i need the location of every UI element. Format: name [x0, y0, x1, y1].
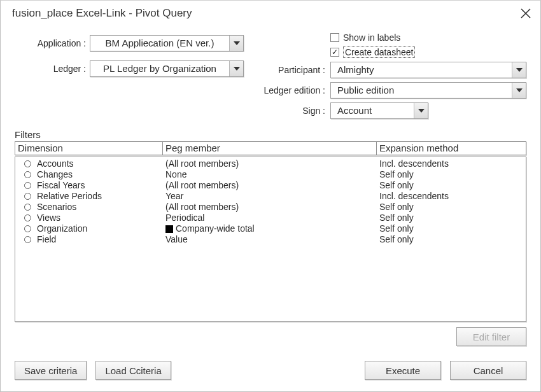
application-value: BM Appliecation (EN ver.) — [90, 36, 229, 51]
chevron-down-icon[interactable] — [414, 103, 428, 118]
participant-value: Almighty — [331, 62, 512, 78]
radio-icon[interactable] — [24, 236, 31, 243]
participant-label: Participant : — [252, 65, 330, 75]
close-icon[interactable] — [520, 8, 531, 19]
radio-icon[interactable] — [24, 193, 31, 200]
expansion-cell: Incl. descendents — [379, 191, 523, 202]
sign-value: Account — [331, 103, 414, 118]
expansion-cell: Self only — [379, 169, 523, 180]
radio-icon[interactable] — [24, 225, 31, 232]
application-combo[interactable]: BM Appliecation (EN ver.) — [90, 35, 244, 52]
table-row[interactable]: Accounts(All root members)Incl. descende… — [15, 158, 526, 169]
col-peg-member[interactable]: Peg member — [163, 142, 377, 155]
checkbox-icon — [330, 33, 339, 42]
filters-header: Dimension Peg member Expansion method — [15, 141, 526, 155]
radio-icon[interactable] — [24, 171, 31, 178]
expansion-cell: Self only — [379, 234, 523, 245]
dimension-cell: Views — [37, 213, 165, 223]
ledger-edition-value: Public edition — [331, 83, 512, 98]
peg-cell: Company-wide total — [165, 223, 379, 234]
chevron-down-icon[interactable] — [512, 83, 526, 98]
application-label: Application : — [1, 38, 90, 48]
ledger-edition-combo[interactable]: Public edition — [330, 82, 526, 99]
execute-button[interactable]: Execute — [365, 361, 441, 380]
bottom-bar: Save criteria Load Cciteria Execute Canc… — [15, 361, 526, 380]
sign-label: Sign : — [252, 106, 330, 116]
table-row[interactable]: ViewsPeriodicalSelf only — [15, 213, 526, 223]
black-square-icon — [165, 225, 173, 233]
table-row[interactable]: Relative PeriodsYearIncl. descendents — [15, 191, 526, 202]
peg-cell: None — [165, 169, 379, 180]
dimension-cell: Relative Periods — [37, 191, 165, 202]
cancel-button[interactable]: Cancel — [450, 361, 526, 380]
ledger-value: PL Ledger by Organization — [90, 61, 229, 76]
table-row[interactable]: Scenarios(All root members)Self only — [15, 202, 526, 213]
right-column: Show in labels Create datasheet Particip… — [252, 32, 540, 123]
filters-label: Filters — [15, 129, 540, 140]
window-title: fusion_place Excel-Link - Pivot Query — [12, 7, 520, 20]
expansion-cell: Self only — [379, 180, 523, 191]
radio-icon[interactable] — [24, 160, 31, 167]
peg-cell: Periodical — [165, 213, 379, 223]
top-area: Application : BM Appliecation (EN ver.) … — [1, 32, 540, 123]
load-criteria-button[interactable]: Load Cciteria — [95, 361, 171, 380]
table-row[interactable]: OrganizationCompany-wide totalSelf only — [15, 223, 526, 234]
dimension-cell: Fiscal Years — [37, 180, 165, 191]
edit-filter-button[interactable]: Edit filter — [456, 327, 526, 346]
expansion-cell: Self only — [379, 202, 523, 213]
sign-combo[interactable]: Account — [330, 102, 428, 119]
chevron-down-icon[interactable] — [512, 62, 526, 78]
chevron-down-icon[interactable] — [229, 61, 243, 76]
table-row[interactable]: FieldValueSelf only — [15, 234, 526, 245]
expansion-cell: Self only — [379, 213, 523, 223]
expansion-cell: Incl. descendents — [379, 158, 523, 169]
peg-cell: (All root members) — [165, 202, 379, 213]
dimension-cell: Scenarios — [37, 202, 165, 213]
radio-icon[interactable] — [24, 214, 31, 221]
checkbox-icon — [330, 48, 339, 57]
save-criteria-button[interactable]: Save criteria — [15, 361, 87, 380]
participant-combo[interactable]: Almighty — [330, 62, 526, 78]
col-expansion-method[interactable]: Expansion method — [377, 142, 526, 155]
chevron-down-icon[interactable] — [229, 36, 243, 51]
peg-cell: Year — [165, 191, 379, 202]
table-row[interactable]: Fiscal Years(All root members)Self only — [15, 180, 526, 191]
radio-icon[interactable] — [24, 182, 31, 189]
table-row[interactable]: ChangesNoneSelf only — [15, 169, 526, 180]
dimension-cell: Changes — [37, 169, 165, 180]
peg-cell: (All root members) — [165, 180, 379, 191]
ledger-label: Ledger : — [1, 64, 90, 74]
dimension-cell: Organization — [37, 223, 165, 234]
titlebar: fusion_place Excel-Link - Pivot Query — [1, 1, 540, 25]
ledger-combo[interactable]: PL Ledger by Organization — [90, 60, 244, 77]
radio-icon[interactable] — [24, 204, 31, 211]
expansion-cell: Self only — [379, 223, 523, 234]
create-datasheet-checkbox[interactable]: Create datasheet — [330, 46, 415, 58]
left-column: Application : BM Appliecation (EN ver.) … — [1, 32, 252, 123]
filters-grid[interactable]: Accounts(All root members)Incl. descende… — [15, 157, 526, 322]
col-dimension[interactable]: Dimension — [15, 142, 163, 155]
peg-cell: (All root members) — [165, 158, 379, 169]
peg-cell: Value — [165, 234, 379, 245]
ledger-edition-label: Ledger edition : — [252, 85, 330, 95]
show-in-labels-checkbox[interactable]: Show in labels — [330, 32, 400, 43]
dimension-cell: Field — [37, 234, 165, 245]
dimension-cell: Accounts — [37, 158, 165, 169]
